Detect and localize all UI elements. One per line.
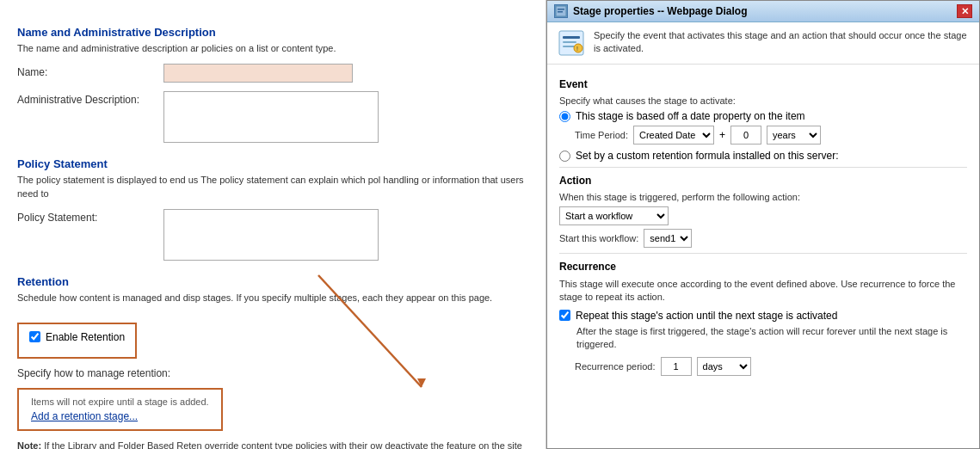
- name-section-desc: The name and administrative description …: [17, 42, 528, 55]
- name-input[interactable]: [163, 64, 353, 83]
- retention-section-desc: Schedule how content is managed and disp…: [17, 292, 528, 304]
- retention-section: Retention Schedule how content is manage…: [17, 275, 528, 449]
- policy-section-desc: The policy statement is displayed to end…: [17, 174, 528, 200]
- repeat-row: Repeat this stage's action until the nex…: [559, 310, 967, 322]
- radio-date-property[interactable]: [559, 111, 570, 122]
- note-text-content: If the Library and Folder Based Reten ov…: [17, 440, 522, 449]
- admin-desc-input[interactable]: [163, 91, 379, 143]
- repeat-checkbox[interactable]: [559, 310, 570, 321]
- recurrence-period-input[interactable]: [661, 357, 692, 376]
- svg-point-9: [574, 44, 582, 52]
- time-period-select[interactable]: Created Date Modified Date: [633, 126, 714, 145]
- repeat-label: Repeat this stage's action until the nex…: [576, 310, 837, 322]
- policy-statement-input[interactable]: [163, 209, 379, 261]
- recurrence-period-row: Recurrence period: days weeks months yea…: [575, 357, 967, 376]
- dialog-header-description: Specify the event that activates this st…: [594, 29, 969, 56]
- note-bold: Note:: [17, 440, 41, 449]
- svg-text:!: !: [576, 46, 578, 52]
- years-unit-select[interactable]: days months years: [767, 126, 821, 145]
- event-cause-label: Specify what causes the stage to activat…: [559, 95, 967, 106]
- time-period-label: Time Period:: [575, 130, 628, 140]
- policy-statement-label: Policy Statement:: [17, 209, 163, 224]
- svg-rect-6: [563, 36, 580, 39]
- action-select[interactable]: Start a workflow Delete Move to Recycle …: [559, 206, 669, 225]
- radio1-label: This stage is based off a date property …: [576, 110, 805, 122]
- retention-enable-box: Enable Retention: [17, 323, 137, 359]
- name-label: Name:: [17, 64, 163, 78]
- retention-note: Note: If the Library and Folder Based Re…: [17, 440, 528, 449]
- action-divider: [559, 253, 967, 254]
- event-section-title: Event: [559, 78, 967, 90]
- retention-section-title: Retention: [17, 275, 528, 288]
- recurrence-period-label: Recurrence period:: [575, 361, 656, 372]
- radio1-row: This stage is based off a date property …: [559, 110, 967, 122]
- left-panel: Name and Administrative Description The …: [0, 0, 546, 449]
- workflow-label: Start this workflow:: [559, 233, 638, 243]
- time-period-row: Time Period: Created Date Modified Date …: [575, 126, 967, 145]
- stage-properties-dialog: Stage properties -- Webpage Dialog ✕ ! S…: [546, 0, 980, 449]
- dialog-title-left: Stage properties -- Webpage Dialog: [554, 4, 747, 18]
- admin-desc-label: Administrative Description:: [17, 91, 163, 106]
- dialog-icon-svg: [555, 5, 567, 17]
- enable-retention-checkbox[interactable]: [29, 331, 40, 342]
- recurrence-desc: This stage will execute once according t…: [559, 278, 967, 304]
- manage-retention-label: Specify how to manage retention:: [17, 367, 528, 379]
- policy-section: Policy Statement The policy statement is…: [17, 157, 528, 263]
- policy-section-title: Policy Statement: [17, 157, 528, 170]
- dialog-title-icon: [554, 4, 568, 18]
- recurrence-section-title: Recurrence: [559, 261, 967, 273]
- svg-rect-8: [563, 46, 575, 47]
- dialog-body: Event Specify what causes the stage to a…: [547, 65, 979, 448]
- name-section-title: Name and Administrative Description: [17, 26, 528, 39]
- action-section-title: Action: [559, 175, 967, 187]
- dialog-close-button[interactable]: ✕: [957, 4, 972, 18]
- items-expire-text: Items will not expire until a stage is a…: [31, 397, 209, 407]
- dialog-titlebar: Stage properties -- Webpage Dialog ✕: [547, 1, 979, 22]
- plus-label: +: [719, 129, 725, 141]
- action-select-wrap: Start a workflow Delete Move to Recycle …: [559, 206, 967, 225]
- dialog-header: ! Specify the event that activates this …: [547, 22, 979, 65]
- svg-rect-3: [558, 9, 564, 10]
- repeat-detail: After the stage is first triggered, the …: [576, 325, 967, 352]
- radio2-label: Set by a custom retention formula instal…: [576, 150, 838, 162]
- dialog-header-icon: !: [558, 29, 585, 57]
- dialog-title-text: Stage properties -- Webpage Dialog: [573, 5, 747, 17]
- enable-retention-label: Enable Retention: [46, 331, 125, 343]
- svg-rect-4: [558, 11, 563, 13]
- add-retention-stage-link[interactable]: Add a retention stage...: [31, 410, 138, 422]
- recurrence-unit-select[interactable]: days weeks months years: [697, 357, 751, 376]
- header-icon-svg: !: [558, 29, 585, 57]
- years-value-input[interactable]: [730, 126, 761, 145]
- action-label: When this stage is triggered, perform th…: [559, 192, 967, 202]
- workflow-row: Start this workflow: send1: [559, 229, 967, 248]
- event-divider: [559, 167, 967, 168]
- retention-stage-box: Items will not expire until a stage is a…: [17, 388, 223, 431]
- name-section: Name and Administrative Description The …: [17, 26, 528, 145]
- workflow-select[interactable]: send1: [644, 229, 692, 248]
- radio-custom-formula[interactable]: [559, 151, 570, 162]
- radio2-row: Set by a custom retention formula instal…: [559, 150, 967, 162]
- svg-rect-7: [563, 41, 576, 43]
